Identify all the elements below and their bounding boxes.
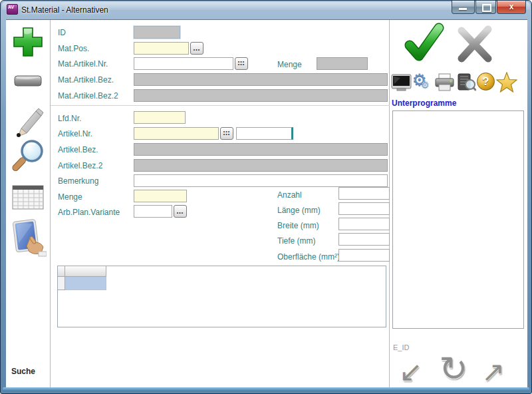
printer-icon (434, 73, 455, 92)
monitor-icon (391, 73, 412, 92)
id-field (134, 26, 180, 39)
question-mark-icon: ? (477, 73, 495, 91)
grid-header-row (58, 266, 386, 277)
settings-button[interactable]: ⚙⚙ (412, 72, 432, 92)
artikel-bez2-field (134, 159, 388, 172)
mat-pos-label: Mat.Pos. (58, 44, 89, 53)
mat-artikel-bez2-label: Mat.Artikel.Bez.2 (58, 91, 118, 100)
lfd-nr-field[interactable] (134, 111, 186, 124)
pencil-icon (11, 104, 45, 138)
tiefe-field[interactable] (338, 233, 390, 246)
close-button[interactable]: x (497, 1, 526, 14)
search-document-icon (456, 73, 476, 92)
mat-artikel-nr-lookup-button[interactable] (235, 57, 248, 70)
select-record-button[interactable] (6, 218, 50, 260)
cancel-button[interactable] (455, 24, 495, 67)
mat-artikel-bez-field (134, 73, 388, 86)
section-divider (51, 105, 390, 106)
app-logo-icon: AV (7, 4, 18, 15)
toolbar-sidebar: Suche (6, 20, 51, 388)
maximize-button[interactable] (475, 1, 496, 14)
application-window: AV St.Material - Alternativen x (0, 0, 532, 394)
arb-plan-variante-lookup-button[interactable] (174, 205, 187, 218)
window-content: Suche ID Mat.Pos. Mat.Artikel.Nr. Menge … (6, 19, 527, 388)
mat-artikel-nr-label: Mat.Artikel.Nr. (58, 59, 108, 69)
plus-icon (12, 26, 44, 58)
navigate-back-button[interactable]: ↙ (399, 358, 422, 386)
breite-label: Breite (mm) (277, 221, 319, 230)
menge-top-field (317, 57, 368, 70)
search-section-label: Suche (11, 367, 35, 376)
bemerkung-label: Bemerkung (58, 176, 98, 186)
window-title: St.Material - Alternativen (21, 5, 108, 15)
refresh-button[interactable]: ↻ (439, 351, 468, 386)
print-button[interactable] (434, 73, 455, 95)
table-view-button[interactable] (6, 185, 50, 212)
arb-plan-variante-label: Arb.Plan.Variante (58, 208, 120, 217)
menge-label: Menge (58, 192, 82, 202)
mat-pos-lookup-button[interactable] (190, 42, 203, 55)
artikel-nr-lookup-button[interactable] (220, 127, 233, 140)
arrow-forward-icon: ↗ (481, 355, 505, 388)
bemerkung-field[interactable] (134, 174, 388, 187)
artikel-bez-field (134, 143, 388, 156)
mat-artikel-nr-field[interactable] (134, 57, 233, 70)
report-search-button[interactable] (456, 73, 476, 95)
minimize-icon (459, 8, 467, 10)
laenge-label: Länge (mm) (277, 206, 321, 215)
oberflaeche-label: Oberfläche (mm²) (277, 252, 340, 262)
favorites-button[interactable] (496, 72, 517, 95)
grid-row-selector[interactable] (58, 277, 65, 290)
ok-button[interactable] (402, 21, 444, 67)
anzahl-field[interactable] (338, 187, 390, 200)
grid-selected-cell[interactable] (65, 277, 106, 290)
tiefe-label: Tiefe (mm) (277, 236, 316, 246)
help-button[interactable]: ? (477, 73, 495, 91)
menge-top-label: Menge (277, 60, 302, 69)
artikel-nr-field[interactable] (134, 127, 219, 140)
search-record-button[interactable] (6, 138, 50, 177)
touch-screen-icon (9, 218, 47, 257)
e-id-label: E_ID (393, 343, 409, 351)
mat-artikel-bez-label: Mat.Artikel.Bez. (58, 75, 114, 85)
arb-plan-variante-field[interactable] (134, 205, 172, 218)
subprograms-list[interactable] (392, 110, 524, 329)
arrow-back-icon: ↙ (399, 355, 422, 388)
menge-field[interactable] (134, 190, 187, 202)
mat-artikel-bez2-field (134, 89, 388, 102)
breite-field[interactable] (338, 218, 390, 230)
alternatives-grid[interactable] (57, 266, 386, 327)
star-icon (496, 72, 517, 93)
artikel-nr-label: Artikel.Nr. (58, 129, 92, 138)
checkmark-icon (402, 21, 444, 64)
minimize-button[interactable] (452, 1, 475, 14)
minus-icon (13, 73, 43, 89)
close-icon: x (497, 2, 525, 11)
monitor-button[interactable] (391, 73, 412, 95)
table-icon (12, 185, 44, 210)
new-record-button[interactable] (6, 26, 50, 61)
artikel-bez-label: Artikel.Bez. (58, 145, 98, 154)
grid-selected-row[interactable] (58, 277, 386, 290)
id-label: ID (58, 28, 66, 37)
arrow-refresh-icon: ↻ (439, 349, 468, 389)
action-panel: ⚙⚙ ? (390, 20, 527, 388)
maximize-icon (482, 4, 491, 12)
delete-record-button[interactable] (6, 73, 50, 92)
oberflaeche-field[interactable] (338, 249, 390, 262)
laenge-field[interactable] (338, 202, 390, 215)
mat-pos-field[interactable] (134, 42, 189, 55)
material-form: ID Mat.Pos. Mat.Artikel.Nr. Menge Mat.Ar… (51, 20, 390, 388)
x-mark-icon (455, 24, 495, 64)
grid-column-header[interactable] (65, 266, 106, 277)
gears-icon: ⚙⚙ (412, 72, 432, 92)
anzahl-label: Anzahl (277, 190, 302, 200)
magnifier-icon (10, 138, 46, 174)
artikel-bez2-label: Artikel.Bez.2 (58, 161, 102, 170)
edit-record-button[interactable] (6, 104, 50, 141)
navigate-forward-button[interactable]: ↗ (481, 358, 505, 386)
lfd-nr-label: Lfd.Nr. (58, 114, 81, 123)
grid-selector-header (58, 266, 65, 277)
title-bar[interactable]: AV St.Material - Alternativen x (1, 1, 531, 19)
artikel-nr-suffix-field[interactable] (236, 127, 293, 140)
